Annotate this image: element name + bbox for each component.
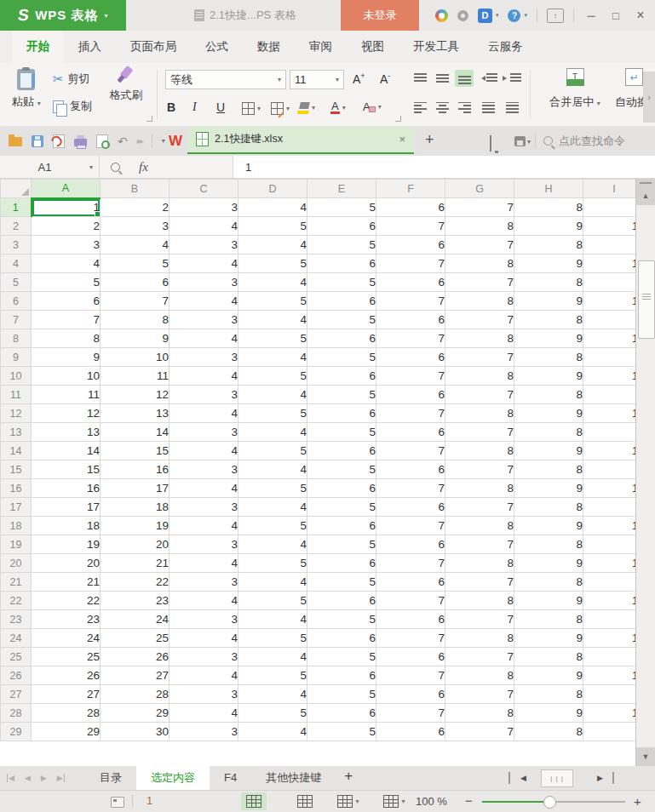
align-right-button[interactable] <box>455 99 474 116</box>
cell-C24[interactable]: 4 <box>169 629 238 648</box>
cell-F9[interactable]: 6 <box>376 348 445 367</box>
cell-F11[interactable]: 6 <box>376 386 445 404</box>
cell-F13[interactable]: 6 <box>376 423 445 442</box>
font-color-button[interactable]: A▾ <box>330 100 346 114</box>
scroll-right-arrow[interactable]: ▶ <box>597 774 603 782</box>
zoom-slider[interactable] <box>482 801 625 803</box>
cell-C27[interactable]: 3 <box>169 685 238 704</box>
row-header-12[interactable]: 12 <box>1 404 32 423</box>
draw-border-button[interactable]: ▾ <box>271 102 290 115</box>
cell-A3[interactable]: 3 <box>32 236 101 254</box>
cell-B3[interactable]: 4 <box>101 236 169 254</box>
cell-I27[interactable]: 9 <box>583 685 636 704</box>
row-header-15[interactable]: 15 <box>1 460 32 479</box>
row-header-26[interactable]: 26 <box>1 666 32 685</box>
cell-E11[interactable]: 5 <box>307 386 376 404</box>
cell-B23[interactable]: 24 <box>101 610 169 629</box>
cell-H24[interactable]: 9 <box>514 629 583 648</box>
cell-G7[interactable]: 7 <box>445 311 514 329</box>
cell-I2[interactable]: 10 <box>583 217 636 236</box>
cell-I15[interactable]: 9 <box>583 460 636 479</box>
increase-font-button[interactable]: A+ <box>353 71 365 86</box>
cell-H16[interactable]: 9 <box>514 479 583 498</box>
maximize-button[interactable]: □ <box>608 9 623 22</box>
horizontal-scroll-thumb[interactable]: | | | <box>541 769 573 787</box>
cell-D7[interactable]: 4 <box>238 311 307 329</box>
redo-icon[interactable]: ▸▸ <box>137 136 142 146</box>
cell-F18[interactable]: 7 <box>376 517 445 535</box>
formula-input[interactable]: 1 <box>233 156 655 178</box>
select-all-corner[interactable] <box>1 180 32 198</box>
cell-D29[interactable]: 4 <box>238 723 307 741</box>
cell-G22[interactable]: 8 <box>445 592 514 610</box>
cell-C4[interactable]: 4 <box>169 254 238 273</box>
cell-A10[interactable]: 10 <box>32 367 101 386</box>
cell-D13[interactable]: 4 <box>238 423 307 442</box>
cell-B22[interactable]: 23 <box>101 592 169 610</box>
row-header-25[interactable]: 25 <box>1 648 32 666</box>
cell-I11[interactable]: 9 <box>583 386 636 404</box>
sheet-tab-3[interactable]: F4 <box>210 766 251 790</box>
distribute-button[interactable] <box>503 99 521 116</box>
cell-B28[interactable]: 29 <box>101 704 169 723</box>
cell-D12[interactable]: 5 <box>238 404 307 423</box>
decrease-font-button[interactable]: A- <box>380 71 390 86</box>
cell-E13[interactable]: 5 <box>307 423 376 442</box>
cell-D2[interactable]: 5 <box>238 217 307 236</box>
cell-C20[interactable]: 4 <box>169 554 238 573</box>
row-header-18[interactable]: 18 <box>1 517 32 535</box>
cell-E2[interactable]: 6 <box>307 217 376 236</box>
save-icon[interactable] <box>32 135 43 147</box>
cell-F16[interactable]: 7 <box>376 479 445 498</box>
cell-H27[interactable]: 8 <box>514 685 583 704</box>
cell-F29[interactable]: 6 <box>376 723 445 741</box>
cell-B11[interactable]: 12 <box>101 386 169 404</box>
ribbon-tab-3[interactable]: 页面布局 <box>116 31 191 63</box>
cell-F12[interactable]: 7 <box>376 404 445 423</box>
cell-D16[interactable]: 5 <box>238 479 307 498</box>
row-header-6[interactable]: 6 <box>1 292 32 311</box>
cell-A22[interactable]: 22 <box>32 592 101 610</box>
cell-D18[interactable]: 5 <box>238 517 307 535</box>
last-sheet-icon[interactable]: ▶ <box>57 774 65 782</box>
cell-G21[interactable]: 7 <box>445 573 514 592</box>
format-painter-button[interactable]: 格式刷 <box>102 66 150 103</box>
cell-B2[interactable]: 3 <box>101 217 169 236</box>
cell-H29[interactable]: 8 <box>514 723 583 741</box>
zoom-slider-thumb[interactable] <box>543 796 556 809</box>
row-header-11[interactable]: 11 <box>1 386 32 404</box>
row-header-28[interactable]: 28 <box>1 704 32 723</box>
cell-E20[interactable]: 6 <box>307 554 376 573</box>
cell-H13[interactable]: 8 <box>514 423 583 442</box>
sheet-tab-1[interactable]: 目录 <box>85 766 136 790</box>
cell-C9[interactable]: 3 <box>169 348 238 367</box>
undo-icon[interactable]: ↶ <box>118 134 128 148</box>
cell-B29[interactable]: 30 <box>101 723 169 741</box>
cell-F25[interactable]: 6 <box>376 648 445 666</box>
cell-D1[interactable]: 4 <box>238 198 307 217</box>
cell-G29[interactable]: 7 <box>445 723 514 741</box>
document-tab-active[interactable]: 2.1快捷键.xlsx × <box>187 126 414 154</box>
cell-G25[interactable]: 7 <box>445 648 514 666</box>
cell-B14[interactable]: 15 <box>101 442 169 460</box>
cell-I13[interactable]: 9 <box>583 423 636 442</box>
toggle-ribbon-icon[interactable]: ↑ <box>547 9 564 23</box>
cell-I6[interactable]: 10 <box>583 292 636 311</box>
cell-D26[interactable]: 5 <box>238 666 307 685</box>
page-break-view-button[interactable]: ▾ <box>332 792 365 810</box>
cell-F14[interactable]: 7 <box>376 442 445 460</box>
cell-I26[interactable]: 10 <box>583 666 636 685</box>
cell-F15[interactable]: 6 <box>376 460 445 479</box>
cell-F27[interactable]: 6 <box>376 685 445 704</box>
cell-H4[interactable]: 9 <box>514 254 583 273</box>
cell-C7[interactable]: 3 <box>169 311 238 329</box>
font-name-combo[interactable]: 等线 ▾ <box>165 70 286 89</box>
cell-A18[interactable]: 18 <box>32 517 101 535</box>
justify-button[interactable] <box>479 99 497 116</box>
prev-sheet-icon[interactable]: ◀ <box>25 774 31 782</box>
row-header-2[interactable]: 2 <box>1 217 32 236</box>
cell-B10[interactable]: 11 <box>101 367 169 386</box>
cell-A29[interactable]: 29 <box>32 723 101 741</box>
split-handle[interactable] <box>636 179 655 186</box>
cell-H26[interactable]: 9 <box>514 666 583 685</box>
